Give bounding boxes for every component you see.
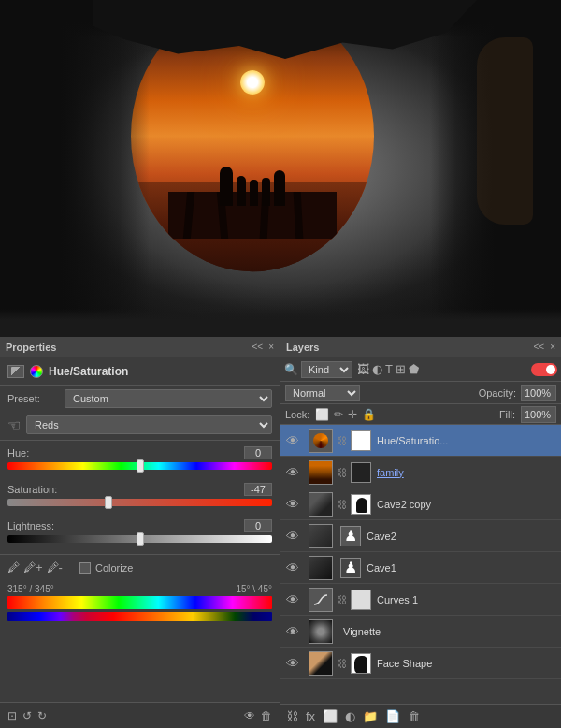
properties-title: Properties	[6, 342, 56, 353]
layer-mask-thumbnail	[351, 462, 371, 483]
lock-position-icon[interactable]: ✛	[348, 408, 357, 421]
new-adjustment-icon[interactable]: ◐	[345, 709, 355, 723]
panel-controls: << ×	[252, 342, 274, 352]
eye-icon[interactable]: 👁	[284, 592, 301, 607]
clip-to-layer-icon[interactable]: ⊡	[7, 709, 17, 722]
saturation-label: Saturation:	[7, 484, 57, 495]
opacity-input[interactable]	[521, 385, 556, 401]
main-canvas	[0, 0, 561, 337]
hand-tool-icon[interactable]: ☜	[7, 416, 21, 434]
layers-bottom-toolbar: ⛓ fx ⬜ ◐ 📁 📄 🗑	[280, 704, 561, 728]
link-icon: ⛓	[336, 594, 348, 605]
eyedropper-subtract-icon[interactable]: 🖉-	[47, 561, 63, 575]
layer-item[interactable]: 👁 ⛓ Curves 1	[280, 584, 561, 616]
layers-filter-icons: 🖼 ◐ T ⊞ ⬟	[357, 362, 419, 376]
link-icon: ⛓	[336, 658, 348, 669]
eye-icon[interactable]: 👁	[284, 624, 301, 639]
layers-collapse-btn[interactable]: <<	[533, 342, 544, 352]
new-layer-icon[interactable]: 📄	[385, 709, 400, 723]
delete-adjustment-icon[interactable]: 🗑	[261, 709, 272, 722]
layers-panel-controls: << ×	[533, 342, 555, 352]
properties-panel: Properties << × Hue/Saturation Preset: C…	[0, 337, 280, 728]
lock-transparent-icon[interactable]: ⬜	[315, 408, 329, 421]
hue-adj-icon	[313, 433, 328, 448]
adjustment-icon	[7, 365, 24, 378]
blend-opacity-row: Normal Dissolve Multiply Screen Overlay …	[280, 382, 561, 404]
pixel-filter-icon[interactable]: 🖼	[357, 362, 369, 376]
divider-1	[0, 440, 280, 441]
preset-label: Preset:	[7, 393, 59, 404]
layers-filter-row: 🔍 Kind Name Effect Mode Attribute Color …	[280, 357, 561, 382]
layer-item[interactable]: 👁 ⛓ family	[280, 457, 561, 488]
add-mask-icon[interactable]: ⬜	[323, 709, 338, 723]
type-filter-icon[interactable]: T	[385, 362, 393, 376]
fx-icon[interactable]: fx	[306, 709, 315, 723]
colorize-checkbox[interactable]	[79, 562, 91, 574]
hue-icon	[30, 365, 43, 378]
link-layers-icon[interactable]: ⛓	[286, 709, 298, 723]
layers-search-icon: 🔍	[284, 363, 298, 376]
left-dark-overlay	[0, 0, 150, 337]
adjustment-filter-icon[interactable]: ◐	[372, 362, 382, 376]
layer-item[interactable]: 👁 ♟ Cave1	[280, 552, 561, 584]
layers-kind-select[interactable]: Kind Name Effect Mode Attribute Color	[301, 361, 352, 378]
previous-state-icon[interactable]: ↺	[22, 709, 32, 722]
properties-close-btn[interactable]: ×	[268, 342, 274, 352]
lock-all-icon[interactable]: 🔒	[362, 408, 376, 421]
layer-name: Curves 1	[374, 594, 557, 605]
layer-item[interactable]: 👁 Vignette	[280, 616, 561, 648]
lock-fill-row: Lock: ⬜ ✏ ✛ 🔒 Fill:	[280, 404, 561, 425]
lock-pixels-icon[interactable]: ✏	[334, 408, 343, 421]
lightness-value[interactable]: 0	[244, 519, 272, 532]
layer-name: Face Shape	[374, 658, 557, 669]
layer-item[interactable]: 👁 ⛓ Hue/Saturatio...	[280, 425, 561, 457]
eye-icon[interactable]: 👁	[284, 529, 301, 544]
new-group-icon[interactable]: 📁	[363, 709, 378, 723]
hue-section: Hue: 0	[0, 443, 280, 479]
saturation-slider-track[interactable]	[7, 499, 272, 506]
eye-icon[interactable]: 👁	[284, 561, 301, 575]
filter-toggle[interactable]	[531, 363, 557, 376]
reset-icon[interactable]: ↻	[37, 709, 47, 722]
face-profile-hint	[477, 37, 533, 225]
layer-mask-thumbnail	[351, 430, 371, 451]
layers-title: Layers	[286, 342, 319, 353]
blend-mode-select[interactable]: Normal Dissolve Multiply Screen Overlay …	[285, 385, 360, 401]
link-icon: ⛓	[336, 499, 348, 510]
eye-icon[interactable]: 👁	[284, 465, 301, 480]
saturation-value[interactable]: -47	[244, 483, 272, 496]
lightness-slider-track[interactable]	[7, 535, 272, 543]
layer-mask-thumbnail: ♟	[340, 526, 361, 546]
fill-input[interactable]	[521, 406, 556, 423]
lock-label: Lock:	[285, 409, 309, 420]
shape-filter-icon[interactable]: ⬟	[409, 362, 419, 376]
layer-item[interactable]: 👁 ♟ Cave2	[280, 520, 561, 552]
preset-select[interactable]: Custom	[65, 389, 272, 408]
layer-item[interactable]: 👁 ⛓ Face Shape	[280, 648, 561, 679]
eye-icon[interactable]: 👁	[284, 656, 301, 671]
eye-icon[interactable]: 👁	[284, 433, 301, 448]
layers-close-btn[interactable]: ×	[550, 342, 555, 352]
lightness-slider-thumb[interactable]	[137, 532, 144, 546]
layer-thumbnail	[309, 492, 333, 517]
people-silhouettes	[220, 167, 285, 206]
layer-item[interactable]: 👁 ⛓ Cave2 copy	[280, 488, 561, 520]
delete-layer-icon[interactable]: 🗑	[408, 709, 420, 723]
eye-icon[interactable]: 👁	[284, 497, 301, 512]
visibility-icon[interactable]: 👁	[244, 709, 255, 722]
eyedropper-add-icon[interactable]: 🖉+	[23, 561, 43, 575]
hue-value[interactable]: 0	[244, 446, 272, 459]
properties-collapse-btn[interactable]: <<	[252, 342, 263, 352]
channel-select[interactable]: Reds Master Yellows Greens Cyans Blues M…	[26, 415, 272, 434]
layer-thumbnail	[309, 524, 333, 548]
smartobject-filter-icon[interactable]: ⊞	[396, 362, 406, 376]
layer-mask-thumbnail: ♟	[340, 558, 361, 578]
toggle-knob	[546, 365, 555, 374]
eyedropper-set-icon[interactable]: 🖉	[7, 561, 20, 575]
saturation-slider-thumb[interactable]	[105, 496, 112, 509]
bottom-dark-overlay	[0, 309, 561, 337]
channel-row: ☜ Reds Master Yellows Greens Cyans Blues…	[0, 412, 280, 438]
layer-name: Hue/Saturatio...	[374, 435, 557, 446]
hue-slider-track[interactable]	[7, 462, 272, 470]
hue-slider-thumb[interactable]	[137, 459, 144, 473]
